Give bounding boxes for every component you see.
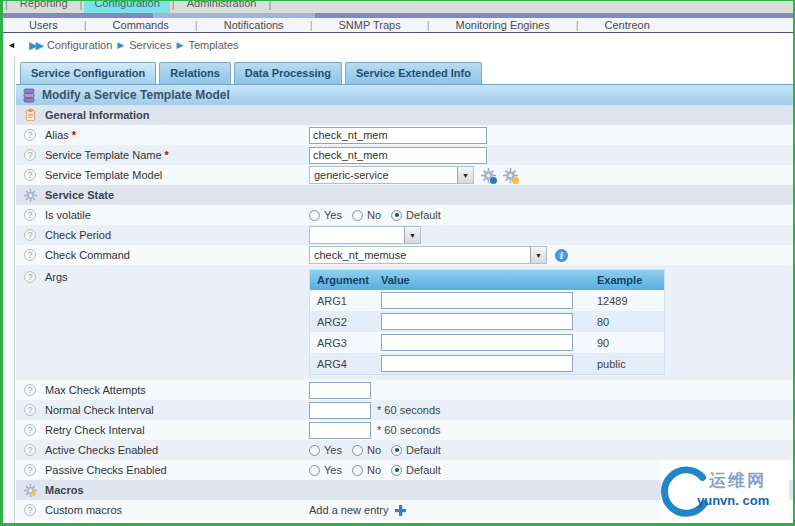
field-label: Custom macros xyxy=(45,504,122,516)
field-row-service-template-model: ? Service Template Model generic-service… xyxy=(16,165,793,185)
field-row-check-command: ? Check Command check_nt_memuse ▼ i xyxy=(16,245,793,265)
radio-label: No xyxy=(367,444,381,456)
arg-example: public xyxy=(597,358,664,370)
view-template-gear-info-icon[interactable] xyxy=(481,168,496,183)
watermark-cn-text: 运维网 xyxy=(709,469,766,492)
watermark: 运维网 yunvn. com xyxy=(661,461,789,523)
collapse-panel-icon[interactable]: ◄ xyxy=(7,40,17,50)
radio-default[interactable] xyxy=(391,445,402,456)
breadcrumb-item-configuration[interactable]: Configuration xyxy=(47,39,112,51)
help-icon[interactable]: ? xyxy=(24,384,36,396)
radio-yes[interactable] xyxy=(309,445,320,456)
tab-data-processing[interactable]: Data Processing xyxy=(234,62,342,84)
radio-default[interactable] xyxy=(391,465,402,476)
field-label: Active Checks Enabled xyxy=(45,444,158,456)
radio-label: Yes xyxy=(324,464,342,476)
retry-check-interval-input[interactable] xyxy=(309,422,371,439)
arg1-input[interactable] xyxy=(381,292,573,309)
tab-service-configuration[interactable]: Service Configuration xyxy=(20,62,156,84)
args-table-header: Argument Value Example xyxy=(310,270,664,290)
breadcrumb-arrow-icon: ▶ xyxy=(117,40,124,50)
alias-input[interactable] xyxy=(309,127,487,144)
arg-example: 12489 xyxy=(597,295,664,307)
service-template-name-input[interactable] xyxy=(309,147,487,164)
subnav-item-monitoring-engines[interactable]: Monitoring Engines xyxy=(430,19,576,31)
normal-check-interval-input[interactable] xyxy=(309,402,371,419)
radio-no[interactable] xyxy=(352,445,363,456)
add-entry-label: Add a new entry xyxy=(309,504,389,516)
form-header: Modify a Service Template Model xyxy=(16,84,793,105)
help-icon[interactable]: ? xyxy=(24,249,36,261)
section-service-state: Service State xyxy=(16,185,793,205)
section-title: General Information xyxy=(45,109,150,121)
menu-item-administration[interactable]: Administration xyxy=(177,1,267,13)
dropdown-arrow-icon[interactable]: ▼ xyxy=(530,247,546,263)
help-icon[interactable]: ? xyxy=(24,271,36,283)
tab-service-extended-info[interactable]: Service Extended Info xyxy=(345,62,482,84)
help-icon[interactable]: ? xyxy=(24,424,36,436)
field-row-retry-check-interval: ? Retry Check Interval * 60 seconds xyxy=(16,420,793,440)
subnav-item-commands[interactable]: Commands xyxy=(87,19,195,31)
subnav-item-notifications[interactable]: Notifications xyxy=(198,19,310,31)
radio-no[interactable] xyxy=(352,210,363,221)
info-badge xyxy=(490,177,497,184)
service-template-model-select[interactable]: generic-service ▼ xyxy=(309,166,474,184)
radio-label: Yes xyxy=(324,444,342,456)
max-check-attempts-input[interactable] xyxy=(309,382,371,399)
help-icon[interactable]: ? xyxy=(24,444,36,456)
col-argument: Argument xyxy=(317,274,381,286)
help-icon[interactable]: ? xyxy=(24,209,36,221)
help-icon[interactable]: ? xyxy=(24,229,36,241)
help-icon[interactable]: ? xyxy=(24,464,36,476)
main-menu-bar: | Reporting | Configuration | Administra… xyxy=(3,1,793,13)
dropdown-arrow-icon[interactable]: ▼ xyxy=(457,167,473,183)
arg-name: ARG1 xyxy=(317,295,381,307)
args-row-arg1: ARG1 12489 xyxy=(310,290,664,311)
col-example: Example xyxy=(597,274,664,286)
check-period-select[interactable]: ▼ xyxy=(309,226,421,244)
check-command-select[interactable]: check_nt_memuse ▼ xyxy=(309,246,547,264)
arg4-input[interactable] xyxy=(381,355,573,372)
radio-label: No xyxy=(367,464,381,476)
field-label: Alias* xyxy=(45,129,76,141)
args-row-arg4: ARG4 public xyxy=(310,353,664,374)
help-icon[interactable]: ? xyxy=(24,169,36,181)
field-label: Is volatile xyxy=(45,209,91,221)
help-icon[interactable]: ? xyxy=(24,129,36,141)
field-row-is-volatile: ? Is volatile Yes No Default xyxy=(16,205,793,225)
help-icon[interactable]: ? xyxy=(24,149,36,161)
radio-yes[interactable] xyxy=(309,210,320,221)
radio-default[interactable] xyxy=(391,210,402,221)
breadcrumb: ▶▶ Configuration ▶ Services ▶ Templates xyxy=(17,39,239,52)
main-content: Service Configuration Relations Data Pro… xyxy=(14,57,793,526)
breadcrumb-item-templates[interactable]: Templates xyxy=(188,39,238,51)
subnav-item-centreon[interactable]: Centreon xyxy=(579,19,676,31)
arg3-input[interactable] xyxy=(381,334,573,351)
radio-no[interactable] xyxy=(352,465,363,476)
field-label: Retry Check Interval xyxy=(45,424,145,436)
radio-yes[interactable] xyxy=(309,465,320,476)
menu-separator: | xyxy=(78,1,85,10)
help-icon[interactable]: ? xyxy=(24,504,36,516)
menu-item-reporting[interactable]: Reporting xyxy=(10,1,78,13)
menu-item-configuration[interactable]: Configuration xyxy=(84,1,169,13)
subnav-item-users[interactable]: Users xyxy=(3,19,84,31)
gear-star-icon xyxy=(24,484,37,497)
subnav-item-snmp-traps[interactable]: SNMP Traps xyxy=(312,19,426,31)
menu-separator: | xyxy=(266,1,273,10)
add-new-entry-button[interactable]: Add a new entry xyxy=(309,504,407,517)
arg2-input[interactable] xyxy=(381,313,573,330)
help-icon[interactable]: ? xyxy=(24,404,36,416)
arg-name: ARG3 xyxy=(317,337,381,349)
field-label: Args xyxy=(45,271,68,283)
selected-value xyxy=(310,227,318,243)
command-info-icon[interactable]: i xyxy=(555,249,568,262)
tab-bar: Service Configuration Relations Data Pro… xyxy=(16,57,793,84)
col-value: Value xyxy=(381,274,597,286)
field-label: Check Period xyxy=(45,229,111,241)
breadcrumb-item-services[interactable]: Services xyxy=(129,39,171,51)
dropdown-arrow-icon[interactable]: ▼ xyxy=(404,227,420,243)
tab-relations[interactable]: Relations xyxy=(159,62,231,84)
edit-template-gear-icon[interactable] xyxy=(503,168,518,183)
field-row-alias: ? Alias* xyxy=(16,125,793,145)
